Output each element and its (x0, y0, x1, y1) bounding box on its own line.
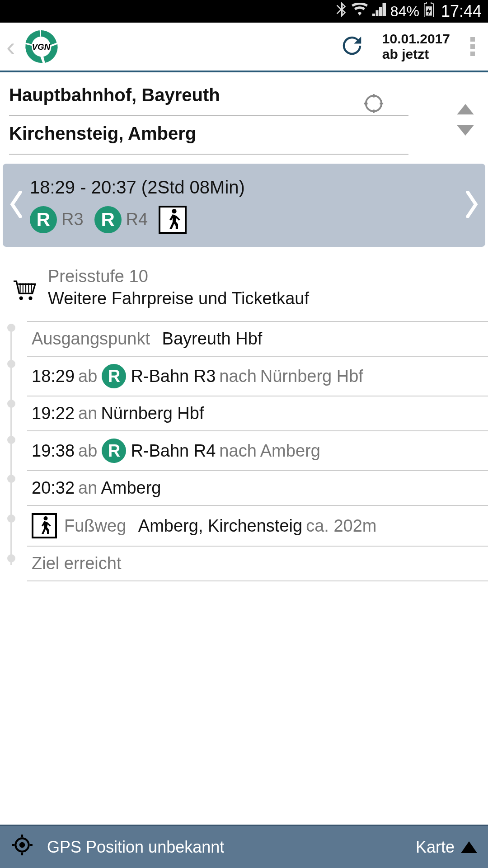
map-button[interactable]: Karte (416, 838, 477, 857)
step-nach: nach (219, 441, 256, 461)
step-time: 19:22 (32, 404, 75, 423)
signal-icon (372, 3, 386, 20)
status-bar: 84% 17:44 (0, 0, 488, 23)
leg-label: R4 (126, 210, 148, 229)
leg-label: R3 (61, 210, 84, 229)
step-time: 18:29 (32, 367, 75, 386)
walk-icon (32, 513, 57, 538)
svg-point-5 (44, 516, 48, 520)
step-direction: an (78, 478, 97, 498)
summary-legs: R R3 R R4 (30, 206, 458, 234)
step-time: 20:32 (32, 478, 75, 498)
r-badge-icon: R (30, 206, 57, 233)
step-line: R-Bahn R3 (131, 367, 216, 386)
start-station: Bayreuth Hbf (162, 329, 263, 349)
cart-icon (13, 267, 37, 303)
gps-status-label: GPS Position unbekannt (47, 838, 224, 857)
price-more-label: Weitere Fahrpreise und Ticketkauf (48, 289, 309, 308)
next-trip-button[interactable] (458, 191, 485, 220)
date-sub: ab jetzt (382, 47, 450, 62)
walk-icon (159, 206, 187, 234)
step-dest: Amberg (101, 478, 161, 498)
walk-dist: ca. 202m (306, 516, 376, 536)
r-badge-icon: R (102, 364, 126, 388)
prev-trip-button[interactable] (3, 191, 30, 220)
refresh-icon[interactable] (340, 33, 382, 60)
step-direction: an (78, 404, 97, 423)
map-label: Karte (416, 838, 455, 857)
wifi-icon (352, 3, 368, 20)
journey-end-row: Ziel erreicht (27, 547, 488, 581)
swap-icon[interactable] (453, 104, 478, 137)
walk-label: Fußweg (64, 516, 126, 536)
step-direction: ab (78, 441, 97, 461)
origin-value: Hauptbahnhof, Bayreuth (9, 85, 220, 105)
svg-point-3 (19, 296, 23, 300)
price-level-label: Preisstufe 10 (48, 267, 309, 286)
date-label: 10.01.2017 (382, 31, 450, 47)
r-badge-icon: R (94, 206, 122, 233)
destination-value: Kirchensteig, Amberg (9, 123, 196, 143)
trip-summary-card: 18:29 - 20:37 (2Std 08Min) R R3 R R4 (3, 164, 485, 247)
step-direction: ab (78, 367, 97, 386)
battery-icon (424, 2, 434, 21)
journey-step-row[interactable]: 19:38 ab R R-Bahn R4 nach Amberg (27, 431, 488, 471)
bluetooth-icon (335, 2, 347, 21)
journey-step-row[interactable]: 20:32 an Amberg (27, 471, 488, 506)
overflow-menu-icon[interactable] (464, 37, 482, 56)
timeline (9, 321, 14, 565)
journey-walk-row[interactable]: Fußweg Amberg, Kirchensteig ca. 202m (27, 506, 488, 547)
start-label: Ausgangspunkt (32, 329, 150, 349)
status-clock: 17:44 (441, 2, 482, 21)
step-nach: nach (219, 367, 256, 386)
walk-dest: Amberg, Kirchensteig (138, 516, 302, 536)
step-time: 19:38 (32, 441, 75, 461)
price-row[interactable]: Preisstufe 10 Weitere Fahrpreise und Tic… (0, 247, 488, 321)
svg-point-4 (28, 296, 32, 300)
summary-time-range: 18:29 - 20:37 (2Std 08Min) (30, 177, 458, 198)
journey-start-row[interactable]: Ausgangspunkt Bayreuth Hbf (27, 321, 488, 357)
gps-target-icon[interactable] (11, 834, 47, 860)
back-icon[interactable]: ‹ (6, 33, 19, 60)
svg-point-7 (19, 842, 25, 848)
destination-field[interactable]: Kirchensteig, Amberg (9, 116, 408, 155)
svg-point-2 (172, 209, 176, 213)
app-header: ‹ VGN 10.01.2017 ab jetzt (0, 23, 488, 72)
bottom-bar: GPS Position unbekannt Karte (0, 825, 488, 868)
battery-percent: 84% (390, 3, 419, 20)
origin-field[interactable]: Hauptbahnhof, Bayreuth (9, 78, 408, 116)
vgn-logo[interactable]: VGN (22, 27, 61, 66)
step-dest: Nürnberg Hbf (101, 404, 204, 423)
origin-destination-section: Hauptbahnhof, Bayreuth Kirchensteig, Amb… (0, 72, 488, 155)
step-line: R-Bahn R4 (131, 441, 216, 461)
triangle-up-icon (461, 841, 477, 853)
svg-point-1 (366, 96, 382, 112)
journey-step-row[interactable]: 19:22 an Nürnberg Hbf (27, 396, 488, 431)
step-dest: Nürnberg Hbf (260, 367, 363, 386)
journey-step-row[interactable]: 18:29 ab R R-Bahn R3 nach Nürnberg Hbf (27, 357, 488, 396)
date-time-picker[interactable]: 10.01.2017 ab jetzt (382, 31, 450, 62)
svg-text:VGN: VGN (32, 42, 51, 52)
step-dest: Amberg (260, 441, 320, 461)
journey-detail: Ausgangspunkt Bayreuth Hbf 18:29 ab R R-… (0, 321, 488, 581)
r-badge-icon: R (102, 439, 126, 463)
end-label: Ziel erreicht (32, 554, 122, 573)
